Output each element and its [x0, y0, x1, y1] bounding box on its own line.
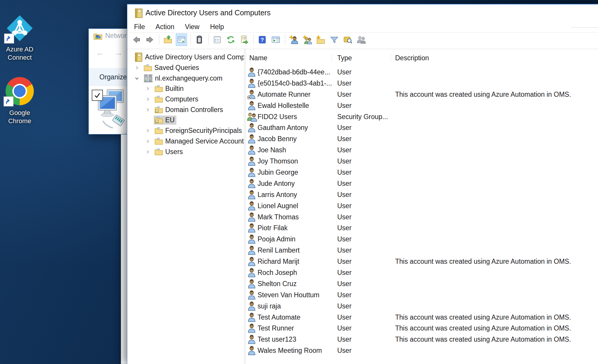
list-row-steven-van-houttum[interactable]: Steven Van HouttumUser: [246, 289, 598, 300]
back-button[interactable]: [131, 34, 142, 46]
list-row-lionel-augnel[interactable]: Lionel AugnelUser: [246, 200, 598, 211]
new-group-button[interactable]: [302, 34, 313, 46]
object-description: This account was created using Azure Aut…: [395, 335, 571, 343]
tree-item-foreignsecurityprincipals[interactable]: ForeignSecurityPrincipals: [127, 126, 244, 136]
back-arrow-icon[interactable]: ←: [96, 48, 105, 58]
column-header-name[interactable]: Name: [249, 54, 267, 62]
desktop-shortcut-google-chrome[interactable]: Google Chrome: [0, 77, 39, 125]
refresh-button[interactable]: [225, 34, 236, 46]
list-row-roch-joseph[interactable]: Roch JosephUser: [246, 267, 598, 278]
tree-item-computers[interactable]: Computers: [127, 94, 244, 105]
list-row-suji-raja[interactable]: suji rajaUser: [246, 300, 598, 312]
list-row-test-user123[interactable]: Test user123UserThis account was created…: [246, 334, 598, 345]
object-type: User: [337, 258, 352, 266]
list-row-test-runner[interactable]: Test RunnerUserThis account was created …: [246, 323, 598, 334]
tree-item-nl-exchangequery-com[interactable]: nl.exchangequery.com: [127, 73, 244, 84]
chevron-right-icon[interactable]: [146, 97, 154, 101]
new-user-button[interactable]: [288, 34, 299, 46]
tree-item-domain-controllers[interactable]: Domain Controllers: [127, 104, 244, 115]
change-domain-button[interactable]: [356, 34, 367, 46]
list-row-joy-thomson[interactable]: Joy ThomsonUser: [246, 156, 598, 167]
chevron-right-icon[interactable]: [146, 86, 154, 91]
list-row-mark-thomas[interactable]: Mark ThomasUser: [246, 211, 598, 223]
tree-item-active-directory-users-and-computers[interactable]: Active Directory Users and Computers: [127, 52, 244, 63]
show-hide-action-pane-button[interactable]: [270, 34, 281, 46]
organize-menu-button[interactable]: Organize: [99, 73, 127, 81]
list-row-7402dbad-b6db-44ee[interactable]: {7402dbad-b6db-44ee...User: [246, 66, 598, 78]
list-row-joe-nash[interactable]: Joe NashUser: [246, 144, 598, 156]
object-type: User: [337, 280, 352, 288]
forward-arrow-icon[interactable]: →: [114, 48, 123, 58]
list-row-renil-lambert[interactable]: Renil LambertUser: [246, 245, 598, 256]
user-icon: [247, 78, 257, 88]
list-row-fido2-users[interactable]: FIDO2 UsersSecurity Group...: [246, 111, 598, 122]
help-button[interactable]: ?: [257, 34, 268, 46]
list-row-test-automate[interactable]: Test AutomateUserThis account was create…: [246, 312, 598, 323]
menu-help[interactable]: Help: [210, 23, 224, 31]
domain-icon: [143, 74, 153, 83]
show-hide-console-tree-button[interactable]: [176, 34, 187, 46]
chevron-right-icon[interactable]: [146, 128, 154, 133]
column-divider[interactable]: [332, 54, 332, 62]
forward-button[interactable]: [144, 34, 156, 46]
shortcut-label: Azure AD Connect: [0, 45, 39, 61]
list-row-ewald-hollestelle[interactable]: Ewald HollestelleUser: [246, 100, 598, 111]
chevron-down-icon[interactable]: [135, 76, 143, 81]
object-name: Jude Antony: [258, 179, 295, 187]
tree-item-label: Saved Queries: [154, 64, 199, 72]
filter-button[interactable]: [329, 34, 340, 46]
new-organizational-unit-button[interactable]: [315, 34, 326, 46]
list-row-jude-antony[interactable]: Jude AntonyUser: [246, 178, 598, 189]
list-row-jubin-george[interactable]: Jubin GeorgeUser: [246, 167, 598, 178]
tree-item-eu[interactable]: EU: [127, 115, 244, 126]
clipboard-button[interactable]: [194, 34, 205, 46]
column-header-type[interactable]: Type: [337, 54, 352, 62]
chevron-right-icon[interactable]: [146, 108, 154, 112]
list-row-larris-antony[interactable]: Larris AntonyUser: [246, 189, 598, 200]
user-icon: [247, 268, 257, 278]
adapter-checkbox[interactable]: [92, 90, 103, 101]
tree-item-managed-service-accounts[interactable]: Managed Service Accounts: [127, 136, 244, 147]
folder-icon: [143, 64, 152, 71]
list-row-e50154c0-bad3-4ab1[interactable]: {e50154c0-bad3-4ab1-...User: [246, 78, 598, 89]
object-type: User: [337, 179, 352, 187]
up-one-level-button[interactable]: [162, 34, 173, 46]
menubar-divider: [571, 27, 598, 28]
menu-file[interactable]: File: [134, 23, 145, 31]
object-name: Test Automate: [258, 313, 300, 321]
list-row-richard-marijt[interactable]: Richard MarijtUserThis account was creat…: [246, 256, 598, 267]
list-row-piotr-filak[interactable]: Piotr FilakUser: [246, 222, 598, 233]
export-list-button[interactable]: [239, 34, 250, 46]
console-root-icon: [134, 52, 143, 62]
console-tree-pane: Active Directory Users and ComputersSave…: [127, 49, 244, 364]
object-type: User: [337, 79, 352, 87]
list-row-pooja-admin[interactable]: Pooja AdminUser: [246, 233, 598, 245]
list-header: Name Type Description: [246, 49, 598, 66]
list-row-automate-runner[interactable]: Automate RunnerUserThis account was crea…: [246, 89, 598, 100]
show-hide-console-tree-icon: [176, 35, 186, 45]
menu-view[interactable]: View: [185, 23, 199, 31]
object-name: Test Runner: [258, 324, 294, 332]
list-row-shelton-cruz[interactable]: Shelton CruzUser: [246, 278, 598, 289]
user-icon: [247, 345, 257, 355]
menu-action[interactable]: Action: [156, 23, 174, 31]
desktop-shortcut-azure-ad-connect[interactable]: Azure AD Connect: [0, 15, 39, 61]
object-name: FIDO2 Users: [258, 113, 297, 121]
chevron-right-icon[interactable]: [146, 150, 154, 154]
list-row-wales-meeting-room[interactable]: Wales Meeting RoomUser: [246, 345, 598, 356]
user-icon: [247, 123, 257, 133]
tree-item-saved-queries[interactable]: Saved Queries: [127, 63, 244, 73]
back-icon: [131, 35, 141, 45]
list-row-gautham-antony[interactable]: Gautham AntonyUser: [246, 122, 598, 133]
tree-item-users[interactable]: Users: [127, 146, 244, 157]
list-row-jacob-benny[interactable]: Jacob BennyUser: [246, 133, 598, 144]
chevron-right-icon[interactable]: [135, 66, 143, 70]
window-title: Networ: [105, 32, 127, 40]
find-button[interactable]: [342, 34, 353, 46]
column-header-description[interactable]: Description: [395, 54, 429, 62]
properties-button[interactable]: [212, 34, 223, 46]
object-name: Roch Joseph: [258, 268, 297, 276]
column-divider[interactable]: [391, 54, 391, 62]
tree-item-builtin[interactable]: Builtin: [127, 84, 244, 94]
chevron-right-icon[interactable]: [146, 139, 154, 143]
